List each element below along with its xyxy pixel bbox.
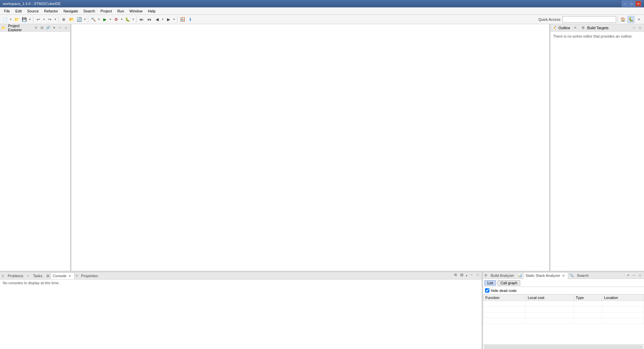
static-stack-analyzer-tab[interactable]: Static Stack Analyzer ✕ <box>523 272 568 279</box>
undo-button[interactable]: ↩ <box>35 16 42 23</box>
back-button[interactable]: ◀ <box>153 16 161 23</box>
project-explorer-close[interactable]: ✕ <box>34 26 38 30</box>
project-explorer-content <box>0 32 70 271</box>
list-button[interactable]: List <box>484 280 496 286</box>
console-display-dropdown[interactable]: ▾ <box>465 272 468 280</box>
ssa-maximize-button[interactable]: □ <box>637 273 643 278</box>
perspective-stm32-button[interactable]: 🏠 <box>619 16 627 23</box>
menu-help[interactable]: Help <box>145 7 158 15</box>
new-button[interactable]: 📄 <box>1 16 9 23</box>
console-minimize-button[interactable]: ─ <box>469 272 474 278</box>
open-project-button[interactable]: 📂 <box>68 16 75 23</box>
debug-button[interactable]: 🐛 <box>124 16 131 23</box>
prev-annotation-button[interactable]: ⏮ <box>146 16 153 23</box>
menu-project[interactable]: Project <box>98 7 114 15</box>
build-targets-tab[interactable]: Build Targets <box>586 25 610 31</box>
search-tab[interactable]: Search <box>575 273 591 278</box>
redo-dropdown[interactable]: ▾ <box>54 16 57 23</box>
minimize-button[interactable]: ─ <box>622 1 628 7</box>
menu-search[interactable]: Search <box>81 7 98 15</box>
build-dropdown[interactable]: ▾ <box>97 16 101 23</box>
menu-run[interactable]: Run <box>115 7 127 15</box>
properties-tab-label: Properties <box>81 274 98 278</box>
sep1 <box>33 16 33 22</box>
open-perspective-btn2[interactable]: + <box>635 16 643 23</box>
sep3 <box>88 16 88 22</box>
search-tab-label: Search <box>577 273 589 278</box>
debug-dropdown[interactable]: ▾ <box>131 16 135 23</box>
tasks-tab[interactable]: Tasks <box>31 273 45 279</box>
run-toolbar-group: 🔨 ▾ ▶ ▾ ⚙ ▾ 🐛 ▾ <box>90 16 135 23</box>
maximize-panel-button[interactable]: □ <box>63 25 69 31</box>
forward-dropdown[interactable]: ▾ <box>172 16 176 23</box>
outline-maximize-button[interactable]: □ <box>637 25 643 31</box>
table-row <box>483 307 644 312</box>
problems-tab[interactable]: Problems <box>6 273 25 279</box>
console-tab[interactable]: Console ✕ <box>51 272 74 279</box>
new-console-button[interactable]: ▤ <box>459 272 464 278</box>
table-row <box>483 318 644 324</box>
ext-tools-dropdown[interactable]: ▾ <box>120 16 123 23</box>
run-button[interactable]: ▶ <box>101 16 108 23</box>
menu-refactor[interactable]: Refactor <box>42 7 61 15</box>
maximize-button[interactable]: □ <box>629 1 635 7</box>
run-dropdown[interactable]: ▾ <box>109 16 112 23</box>
save-dropdown[interactable]: ▾ <box>28 16 32 23</box>
menu-file[interactable]: File <box>1 7 13 15</box>
hide-dead-code-row: Hide dead code <box>483 287 644 294</box>
bottom-right-panel: ⚙ Build Analyzer 📊 Static Stack Analyzer… <box>483 272 644 349</box>
properties-tab[interactable]: Properties <box>79 273 100 279</box>
perspective-debug-button[interactable]: 🐛 <box>627 16 635 23</box>
collapse-all-button[interactable]: ⊟ <box>39 25 45 31</box>
console-tab-label: Console <box>53 274 66 278</box>
ssa-table: Function Local cost Type Location <box>483 294 644 344</box>
hide-dead-code-checkbox[interactable] <box>485 288 489 293</box>
title-bar: workspace_1.4.0 - STM32CubeIDE ─ □ ✕ <box>0 0 644 7</box>
redo-button[interactable]: ↪ <box>46 16 53 23</box>
outline-close[interactable]: ✕ <box>573 26 578 30</box>
ssa-minimize-button[interactable]: ─ <box>631 273 637 278</box>
ext-tools-button[interactable]: ⚙ <box>112 16 120 23</box>
menu-source[interactable]: Source <box>24 7 42 15</box>
misc-toolbar-group: ⏭ ⏮ ◀ ▾ ▶ ▾ <box>138 16 176 23</box>
new-dropdown[interactable]: ▾ <box>9 16 12 23</box>
main-layout: 📁 Project Explorer ✕ ⊟ 🔗 ▾ ─ □ <box>0 24 644 349</box>
next-annotation-button[interactable]: ⏭ <box>138 16 145 23</box>
ssa-horizontal-scrollbar[interactable] <box>484 345 643 349</box>
info-button[interactable]: ℹ <box>186 16 194 23</box>
back-dropdown[interactable]: ▾ <box>161 16 164 23</box>
refresh-button[interactable]: 🔄 <box>75 16 83 23</box>
project-explorer-controls: ⊟ 🔗 ▾ ─ □ <box>39 25 69 31</box>
minimize-panel-button[interactable]: ─ <box>57 25 63 31</box>
new-project-button[interactable]: ⊕ <box>60 16 67 23</box>
ssa-close[interactable]: ✕ <box>561 273 566 278</box>
outline-tab[interactable]: Outline <box>557 25 572 31</box>
toolbar: 📄 ▾ 📁 💾 ▾ ↩ ▾ ↪ ▾ ⊕ 📂 🔄 ▾ 🔨 ▾ ▶ ▾ ⚙ ▾ 🐛 … <box>0 15 644 24</box>
bottom-left-panel: ⚠ Problems ✓ Tasks ▤ Console ✕ ≡ Propert… <box>0 272 482 349</box>
build-analyzer-label: Build Analyzer <box>491 273 514 278</box>
menu-window[interactable]: Window <box>127 7 145 15</box>
project-explorer-tab[interactable]: Project Explorer <box>7 24 33 33</box>
undo-dropdown[interactable]: ▾ <box>42 16 46 23</box>
console-close[interactable]: ✕ <box>67 273 72 278</box>
build-all-button[interactable]: 🔨 <box>90 16 97 23</box>
outline-minimize-button[interactable]: ─ <box>631 25 637 31</box>
open-button[interactable]: 📁 <box>13 16 20 23</box>
close-button[interactable]: ✕ <box>635 1 641 7</box>
menu-edit[interactable]: Edit <box>13 7 24 15</box>
sep5 <box>177 16 177 22</box>
link-editor-button[interactable]: 🔗 <box>45 25 51 31</box>
save-button[interactable]: 💾 <box>20 16 28 23</box>
forward-button[interactable]: ▶ <box>165 16 172 23</box>
open-console-button[interactable]: ⊞ <box>453 272 458 278</box>
refresh-dropdown[interactable]: ▾ <box>83 16 87 23</box>
view-menu-button[interactable]: ▾ <box>51 25 57 31</box>
menu-navigate[interactable]: Navigate <box>61 7 80 15</box>
build-analyzer-tab[interactable]: Build Analyzer <box>489 273 517 278</box>
call-graph-button[interactable]: Call graph <box>497 280 520 286</box>
open-perspective-button[interactable]: 🪟 <box>179 16 186 23</box>
console-maximize-button[interactable]: □ <box>475 272 480 278</box>
ssa-external-button[interactable]: ↗ <box>625 273 631 278</box>
hide-dead-code-label: Hide dead code <box>491 289 517 293</box>
quick-access-input[interactable] <box>562 16 616 23</box>
